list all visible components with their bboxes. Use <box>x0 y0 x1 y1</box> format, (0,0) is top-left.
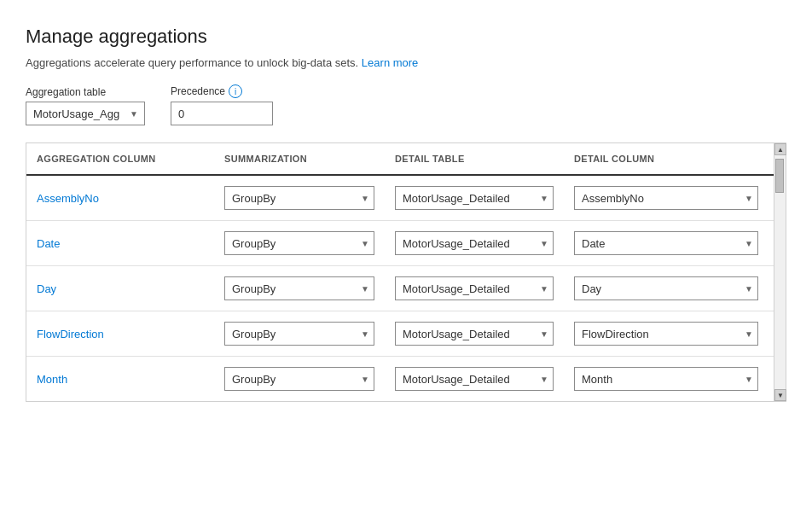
table-container: AGGREGATION COLUMN SUMMARIZATION DETAIL … <box>26 142 786 402</box>
detail-table-cell: MotorUsage_Detailed▼ <box>385 364 564 394</box>
summarization-select[interactable]: GroupBySumMinMaxCountCountRowsDistinct <box>224 367 374 391</box>
summarization-select-wrapper: GroupBySumMinMaxCountCountRowsDistinct▼ <box>224 186 374 210</box>
th-summarization: SUMMARIZATION <box>214 150 385 167</box>
agg-table-label: Aggregation table <box>26 86 145 98</box>
agg-table-select-wrapper: MotorUsage_Agg ▼ <box>26 102 145 125</box>
table-row: DateGroupBySumMinMaxCountCountRowsDistin… <box>26 221 774 266</box>
summarization-cell: GroupBySumMinMaxCountCountRowsDistinct▼ <box>214 318 385 349</box>
detail-table-select[interactable]: MotorUsage_Detailed <box>395 322 554 346</box>
agg-col-link[interactable]: Month <box>37 373 67 386</box>
form-row: Aggregation table MotorUsage_Agg ▼ Prece… <box>26 84 786 125</box>
summarization-select[interactable]: GroupBySumMinMaxCountCountRowsDistinct <box>224 276 374 300</box>
detail-table-select-wrapper: MotorUsage_Detailed▼ <box>395 186 554 210</box>
summarization-cell: GroupBySumMinMaxCountCountRowsDistinct▼ <box>214 273 385 304</box>
precedence-info-icon[interactable]: i <box>229 84 242 98</box>
detail-table-select-wrapper: MotorUsage_Detailed▼ <box>395 367 554 391</box>
agg-table-select[interactable]: MotorUsage_Agg <box>26 102 145 125</box>
detail-column-cell: AssemblyNoDateDayFlowDirectionMonth▼ <box>564 183 768 213</box>
summarization-select-wrapper: GroupBySumMinMaxCountCountRowsDistinct▼ <box>224 276 374 300</box>
agg-col-cell: AssemblyNo <box>26 189 214 208</box>
agg-col-link[interactable]: Date <box>37 237 60 250</box>
detail-column-select-wrapper: AssemblyNoDateDayFlowDirectionMonth▼ <box>574 231 758 255</box>
table-row: FlowDirectionGroupBySumMinMaxCountCountR… <box>26 311 774 357</box>
agg-col-cell: FlowDirection <box>26 324 214 344</box>
detail-table-cell: MotorUsage_Detailed▼ <box>385 273 564 304</box>
precedence-label: Precedence <box>171 85 225 97</box>
scroll-down-button[interactable]: ▼ <box>774 389 786 401</box>
detail-table-select-wrapper: MotorUsage_Detailed▼ <box>395 276 554 300</box>
detail-table-cell: MotorUsage_Detailed▼ <box>385 318 564 349</box>
table-body: AssemblyNoGroupBySumMinMaxCountCountRows… <box>26 176 774 401</box>
detail-column-select-wrapper: AssemblyNoDateDayFlowDirectionMonth▼ <box>574 276 758 300</box>
summarization-select[interactable]: GroupBySumMinMaxCountCountRowsDistinct <box>224 322 374 346</box>
detail-column-cell: AssemblyNoDateDayFlowDirectionMonth▼ <box>564 228 768 259</box>
detail-column-select-wrapper: AssemblyNoDateDayFlowDirectionMonth▼ <box>574 367 758 391</box>
table-row: DayGroupBySumMinMaxCountCountRowsDistinc… <box>26 266 774 311</box>
detail-column-select-wrapper: AssemblyNoDateDayFlowDirectionMonth▼ <box>574 322 758 346</box>
detail-column-select[interactable]: AssemblyNoDateDayFlowDirectionMonth <box>574 186 758 210</box>
summarization-cell: GroupBySumMinMaxCountCountRowsDistinct▼ <box>214 228 385 259</box>
detail-table-select[interactable]: MotorUsage_Detailed <box>395 231 554 255</box>
table-header: AGGREGATION COLUMN SUMMARIZATION DETAIL … <box>26 143 774 176</box>
detail-table-cell: MotorUsage_Detailed▼ <box>385 228 564 259</box>
detail-column-select-wrapper: AssemblyNoDateDayFlowDirectionMonth▼ <box>574 186 758 210</box>
agg-col-link[interactable]: FlowDirection <box>37 328 104 340</box>
agg-col-link[interactable]: Day <box>37 282 56 295</box>
detail-column-select[interactable]: AssemblyNoDateDayFlowDirectionMonth <box>574 367 758 391</box>
detail-table-select-wrapper: MotorUsage_Detailed▼ <box>395 231 554 255</box>
detail-column-select[interactable]: AssemblyNoDateDayFlowDirectionMonth <box>574 322 758 346</box>
scroll-thumb[interactable] <box>775 159 784 193</box>
page-title: Manage aggregations <box>26 26 786 48</box>
detail-column-cell: AssemblyNoDateDayFlowDirectionMonth▼ <box>564 364 768 394</box>
detail-column-cell: AssemblyNoDateDayFlowDirectionMonth▼ <box>564 318 768 349</box>
th-detail-table: DETAIL TABLE <box>385 150 564 167</box>
detail-column-select[interactable]: AssemblyNoDateDayFlowDirectionMonth <box>574 231 758 255</box>
description-text: Aggregations accelerate query performanc… <box>26 56 358 69</box>
precedence-label-row: Precedence i <box>171 84 273 98</box>
scroll-up-button[interactable]: ▲ <box>774 143 786 155</box>
table-row: MonthGroupBySumMinMaxCountCountRowsDisti… <box>26 357 774 401</box>
learn-more-link[interactable]: Learn more <box>362 56 418 69</box>
agg-col-cell: Date <box>26 234 214 253</box>
summarization-select-wrapper: GroupBySumMinMaxCountCountRowsDistinct▼ <box>224 322 374 346</box>
summarization-select[interactable]: GroupBySumMinMaxCountCountRowsDistinct <box>224 231 374 255</box>
agg-col-link[interactable]: AssemblyNo <box>37 192 99 205</box>
summarization-select-wrapper: GroupBySumMinMaxCountCountRowsDistinct▼ <box>224 231 374 255</box>
detail-column-select[interactable]: AssemblyNoDateDayFlowDirectionMonth <box>574 276 758 300</box>
summarization-select-wrapper: GroupBySumMinMaxCountCountRowsDistinct▼ <box>224 367 374 391</box>
summarization-select[interactable]: GroupBySumMinMaxCountCountRowsDistinct <box>224 186 374 210</box>
summarization-cell: GroupBySumMinMaxCountCountRowsDistinct▼ <box>214 364 385 394</box>
summarization-cell: GroupBySumMinMaxCountCountRowsDistinct▼ <box>214 183 385 213</box>
detail-table-select[interactable]: MotorUsage_Detailed <box>395 276 554 300</box>
agg-col-cell: Month <box>26 369 214 389</box>
precedence-input[interactable] <box>171 102 273 125</box>
detail-table-select-wrapper: MotorUsage_Detailed▼ <box>395 322 554 346</box>
table-row: AssemblyNoGroupBySumMinMaxCountCountRows… <box>26 176 774 221</box>
detail-table-cell: MotorUsage_Detailed▼ <box>385 183 564 213</box>
agg-table-group: Aggregation table MotorUsage_Agg ▼ <box>26 86 145 125</box>
scrollbar: ▲ ▼ <box>774 143 786 401</box>
agg-col-cell: Day <box>26 279 214 299</box>
scroll-track <box>774 155 786 389</box>
manage-aggregations-page: Manage aggregations Aggregations acceler… <box>0 0 812 506</box>
page-description: Aggregations accelerate query performanc… <box>26 56 786 69</box>
precedence-group: Precedence i <box>171 84 273 125</box>
detail-table-select[interactable]: MotorUsage_Detailed <box>395 367 554 391</box>
th-agg-column: AGGREGATION COLUMN <box>26 150 214 167</box>
th-detail-column: DETAIL COLUMN <box>564 150 768 167</box>
detail-column-cell: AssemblyNoDateDayFlowDirectionMonth▼ <box>564 273 768 304</box>
detail-table-select[interactable]: MotorUsage_Detailed <box>395 186 554 210</box>
